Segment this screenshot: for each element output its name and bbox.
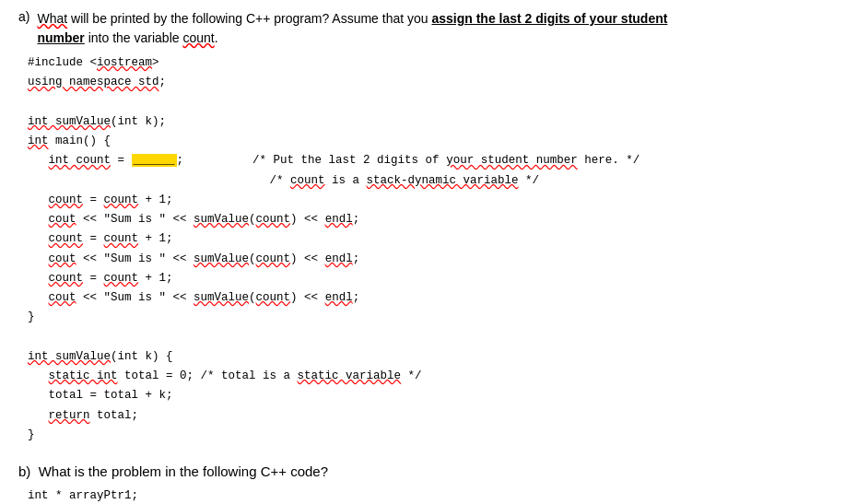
code-line-12: cout << "Sum is " << sumValue(count) << … — [28, 288, 827, 308]
code-line-blank1 — [28, 93, 827, 112]
emphasis-number: number — [37, 30, 84, 45]
code-line-14: int sumValue(int k) { — [28, 347, 827, 367]
code-line-8: cout << "Sum is " << sumValue(count) << … — [28, 210, 827, 229]
emphasis-assign: assign the last 2 digits of your student — [431, 11, 667, 26]
part-b-section: b) What is the problem in the following … — [18, 463, 827, 504]
part-a-label: a) — [18, 9, 29, 24]
code-line-1: #include <iostream> — [28, 53, 827, 73]
part-b-label: b) — [18, 463, 30, 479]
code-line-7: count = count + 1; — [28, 191, 827, 210]
code-line-16: total = total + k; — [28, 386, 827, 405]
part-a-question: What will be printed by the following C+… — [37, 9, 667, 48]
part-a-section: a) What will be printed by the following… — [18, 9, 827, 445]
code-line-10: cout << "Sum is " << sumValue(count) << … — [28, 250, 827, 269]
code-line-5: int count = ______; /* Put the last 2 di… — [28, 151, 827, 170]
part-a-question-text: What will be printed by the following C+… — [37, 11, 667, 45]
blank-field: ______ — [132, 154, 177, 167]
part-a-header: a) What will be printed by the following… — [18, 9, 827, 48]
code-line-4: int main() { — [28, 132, 827, 151]
part-b-header: b) What is the problem in the following … — [18, 463, 827, 479]
count-variable: count — [182, 30, 214, 45]
code-line-13: } — [28, 308, 827, 327]
part-b-code-line-1: int * arrayPtr1; — [28, 486, 827, 504]
part-a-code: #include <iostream> using namespace std;… — [28, 53, 827, 445]
part-b-code: int * arrayPtr1; int * arrayPtr2 = new i… — [28, 486, 827, 504]
code-line-3: int sumValue(int k); — [28, 112, 827, 132]
code-line-15: static int total = 0; /* total is a stat… — [28, 367, 827, 386]
what-word: What — [37, 11, 67, 26]
code-line-9: count = count + 1; — [28, 229, 827, 249]
code-line-17: return total; — [28, 406, 827, 426]
code-line-18: } — [28, 426, 827, 445]
code-line-blank2 — [28, 328, 827, 347]
code-line-2: using namespace std; — [28, 73, 827, 92]
code-line-11: count = count + 1; — [28, 269, 827, 288]
part-b-question: What is the problem in the following C++… — [39, 463, 328, 479]
code-line-6: /* count is a stack-dynamic variable */ — [28, 171, 827, 191]
